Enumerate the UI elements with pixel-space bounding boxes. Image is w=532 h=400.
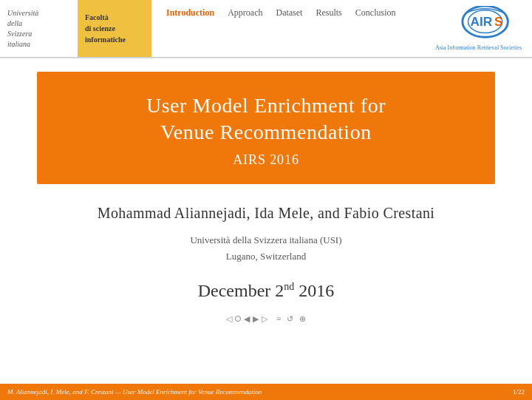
prev-arrow-2[interactable]: ◀ xyxy=(244,314,250,324)
equal-icon: ≡ xyxy=(276,314,281,323)
svg-text:S: S xyxy=(495,14,504,29)
nav-conclusion[interactable]: Conclusion xyxy=(355,7,396,18)
search-icon[interactable]: ⊕ xyxy=(299,314,306,324)
slide-navigation: ◁ ◀ ▶ ▷ ≡ ↺ ⊕ xyxy=(226,314,306,324)
nav-dot-1[interactable] xyxy=(235,316,241,322)
next-arrow-1[interactable]: ▶ xyxy=(253,314,259,324)
main-content: User Model Enrichment for Venue Recommen… xyxy=(0,58,532,324)
date-suffix: 2016 xyxy=(294,281,334,300)
prev-arrow[interactable]: ◁ xyxy=(226,314,232,324)
nav-approach[interactable]: Approach xyxy=(228,7,262,18)
airs-logo-area: AIR S Asia Information Retrieval Societi… xyxy=(425,0,532,57)
title-line1: User Model Enrichment for Venue Recommen… xyxy=(59,92,473,146)
authors: Mohammad Aliannejadi, Ida Mele, and Fabi… xyxy=(98,205,435,222)
date-prefix: December 2 xyxy=(198,281,284,300)
footer-page: 1/22 xyxy=(513,388,525,396)
footer-citation: M. Aliannejadi, I. Mele, and F. Crestani… xyxy=(7,388,262,396)
nav-dataset[interactable]: Dataset xyxy=(276,7,302,18)
next-arrow-2[interactable]: ▷ xyxy=(262,314,267,324)
faculty-block: Facoltà di scienze informatiche xyxy=(78,0,151,57)
title-box: User Model Enrichment for Venue Recommen… xyxy=(37,72,495,184)
loop-icon: ↺ xyxy=(287,314,293,324)
affiliation-line2: Lugano, Switzerland xyxy=(226,251,306,262)
university-name: Università della Svizzera italiana xyxy=(7,8,38,50)
navigation: Introduction Approach Dataset Results Co… xyxy=(151,0,425,57)
date: December 2nd 2016 xyxy=(198,281,335,301)
affiliation: Università della Svizzera italiana (USI)… xyxy=(190,232,341,265)
footer: M. Aliannejadi, I. Mele, and F. Crestani… xyxy=(0,384,532,400)
header: Università della Svizzera italiana Facol… xyxy=(0,0,532,58)
university-logo: Università della Svizzera italiana xyxy=(0,0,78,57)
date-superscript: nd xyxy=(284,281,294,292)
airs-logo-icon: AIR S xyxy=(445,6,511,43)
faculty-name: Facoltà di scienze informatiche xyxy=(85,12,126,45)
svg-text:AIR: AIR xyxy=(471,14,493,29)
nav-results[interactable]: Results xyxy=(316,7,341,18)
title-subtitle: AIRS 2016 xyxy=(59,152,473,168)
affiliation-line1: Università della Svizzera italiana (USI) xyxy=(190,234,341,245)
nav-introduction[interactable]: Introduction xyxy=(166,7,214,18)
airs-tagline: Asia Information Retrieval Societies xyxy=(435,44,522,51)
